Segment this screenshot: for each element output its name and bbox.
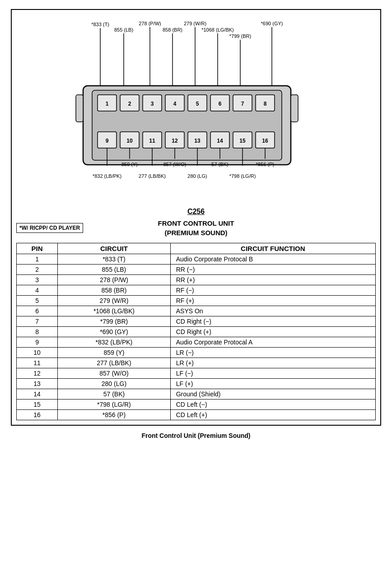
- header-pin: PIN: [17, 243, 58, 254]
- cell-pin: 9: [17, 337, 58, 348]
- svg-text:*799 (BR): *799 (BR): [229, 33, 251, 39]
- title-main: FRONT CONTROL UNIT (PREMIUM SOUND): [158, 218, 234, 237]
- svg-text:10: 10: [126, 138, 133, 144]
- svg-text:1: 1: [106, 101, 109, 107]
- cell-pin: 5: [17, 296, 58, 306]
- table-row: 16*856 (P)CD Left (+): [17, 410, 376, 420]
- cell-pin: 7: [17, 316, 58, 327]
- pin-table: PIN CIRCUIT CIRCUIT FUNCTION 1*833 (T)Au…: [16, 243, 376, 420]
- svg-text:*690 (GY): *690 (GY): [261, 21, 283, 26]
- cell-circuit: *798 (LG/R): [58, 399, 171, 410]
- svg-rect-50: [76, 95, 83, 122]
- cell-function: CD Right (−): [170, 316, 375, 327]
- cell-pin: 14: [17, 389, 58, 399]
- svg-text:*856 (P): *856 (P): [256, 162, 274, 167]
- cell-circuit: 857 (W/O): [58, 368, 171, 379]
- svg-text:*1068 (LG/BK): *1068 (LG/BK): [201, 27, 234, 33]
- svg-text:4: 4: [173, 101, 177, 107]
- table-row: 5279 (W/R)RF (+): [17, 296, 376, 306]
- cell-circuit: *799 (BR): [58, 316, 171, 327]
- cell-circuit: *1068 (LG/BK): [58, 306, 171, 316]
- cell-function: RF (+): [170, 296, 375, 306]
- cell-function: LR (+): [170, 358, 375, 368]
- cell-function: Audio Corporate Protocal B: [170, 254, 375, 265]
- connector-diagram: *833 (T) 855 (LB) 278 (P/W) 858 (BR) 279…: [16, 19, 376, 204]
- svg-text:3: 3: [151, 101, 154, 107]
- header-circuit: CIRCUIT: [58, 243, 171, 254]
- header-function: CIRCUIT FUNCTION: [170, 243, 375, 254]
- cell-circuit: 57 (BK): [58, 389, 171, 399]
- cell-function: Ground (Shield): [170, 389, 375, 399]
- svg-text:5: 5: [196, 101, 199, 107]
- svg-text:279 (W/R): 279 (W/R): [184, 21, 206, 26]
- cell-function: LF (+): [170, 379, 375, 389]
- svg-text:6: 6: [219, 101, 222, 107]
- cell-circuit: 280 (LG): [58, 379, 171, 389]
- svg-text:278 (P/W): 278 (P/W): [139, 21, 161, 26]
- table-row: 1457 (BK)Ground (Shield): [17, 389, 376, 399]
- cell-circuit: 858 (BR): [58, 285, 171, 296]
- title-area: *W/ RICPP/ CD PLAYER FRONT CONTROL UNIT …: [16, 218, 376, 237]
- table-row: 3278 (P/W)RR (+): [17, 275, 376, 285]
- svg-text:*832 (LB/PK): *832 (LB/PK): [93, 173, 121, 179]
- svg-text:*833 (T): *833 (T): [91, 22, 109, 27]
- cell-function: RR (+): [170, 275, 375, 285]
- cell-function: CD Right (+): [170, 327, 375, 337]
- table-row: 8*690 (GY)CD Right (+): [17, 327, 376, 337]
- svg-text:57 (BK): 57 (BK): [211, 162, 228, 167]
- svg-text:858 (BR): 858 (BR): [163, 27, 182, 33]
- cell-pin: 1: [17, 254, 58, 265]
- svg-text:859 (Y): 859 (Y): [121, 162, 138, 167]
- cell-pin: 11: [17, 358, 58, 368]
- svg-text:15: 15: [239, 138, 246, 144]
- cell-circuit: 279 (W/R): [58, 296, 171, 306]
- cell-circuit: 859 (Y): [58, 348, 171, 358]
- cell-circuit: 278 (P/W): [58, 275, 171, 285]
- table-row: 13280 (LG)LF (+): [17, 379, 376, 389]
- svg-text:*798 (LG/R): *798 (LG/R): [229, 173, 256, 179]
- cell-pin: 8: [17, 327, 58, 337]
- cell-circuit: *832 (LB/PK): [58, 337, 171, 348]
- cell-function: LF (−): [170, 368, 375, 379]
- cell-function: RR (−): [170, 265, 375, 275]
- table-header-row: PIN CIRCUIT CIRCUIT FUNCTION: [17, 243, 376, 254]
- svg-text:7: 7: [241, 101, 244, 107]
- cell-function: RF (−): [170, 285, 375, 296]
- cell-function: CD Left (−): [170, 399, 375, 410]
- cell-pin: 2: [17, 265, 58, 275]
- cell-circuit: 855 (LB): [58, 265, 171, 275]
- table-row: 2855 (LB)RR (−): [17, 265, 376, 275]
- connector-id-label: C256: [187, 208, 205, 216]
- cell-pin: 10: [17, 348, 58, 358]
- title-line1: FRONT CONTROL UNIT: [158, 218, 234, 228]
- svg-text:14: 14: [217, 138, 223, 144]
- title-line2: (PREMIUM SOUND): [158, 228, 234, 237]
- table-row: 1*833 (T)Audio Corporate Protocal B: [17, 254, 376, 265]
- table-row: 6*1068 (LG/BK)ASYS On: [17, 306, 376, 316]
- cell-pin: 12: [17, 368, 58, 379]
- cell-pin: 15: [17, 399, 58, 410]
- svg-text:277 (LB/BK): 277 (LB/BK): [139, 173, 166, 179]
- cell-pin: 16: [17, 410, 58, 420]
- table-row: 4858 (BR)RF (−): [17, 285, 376, 296]
- svg-text:11: 11: [149, 138, 155, 144]
- svg-text:857 (W/O): 857 (W/O): [163, 162, 187, 167]
- table-row: 10859 (Y)LR (−): [17, 348, 376, 358]
- cell-circuit: 277 (LB/BK): [58, 358, 171, 368]
- table-row: 9*832 (LB/PK)Audio Corporate Protocal A: [17, 337, 376, 348]
- svg-text:855 (LB): 855 (LB): [114, 27, 133, 33]
- svg-text:8: 8: [264, 101, 267, 107]
- svg-text:2: 2: [128, 101, 131, 107]
- table-row: 15*798 (LG/R)CD Left (−): [17, 399, 376, 410]
- cell-function: CD Left (+): [170, 410, 375, 420]
- svg-text:13: 13: [194, 138, 201, 144]
- svg-text:280 (LG): 280 (LG): [187, 173, 207, 179]
- svg-text:12: 12: [172, 138, 178, 144]
- table-row: 11277 (LB/BK)LR (+): [17, 358, 376, 368]
- footer-caption: Front Control Unit (Premium Sound): [141, 432, 250, 439]
- table-row: 7*799 (BR)CD Right (−): [17, 316, 376, 327]
- cell-pin: 3: [17, 275, 58, 285]
- svg-text:16: 16: [262, 138, 268, 144]
- cell-function: Audio Corporate Protocal A: [170, 337, 375, 348]
- cell-function: ASYS On: [170, 306, 375, 316]
